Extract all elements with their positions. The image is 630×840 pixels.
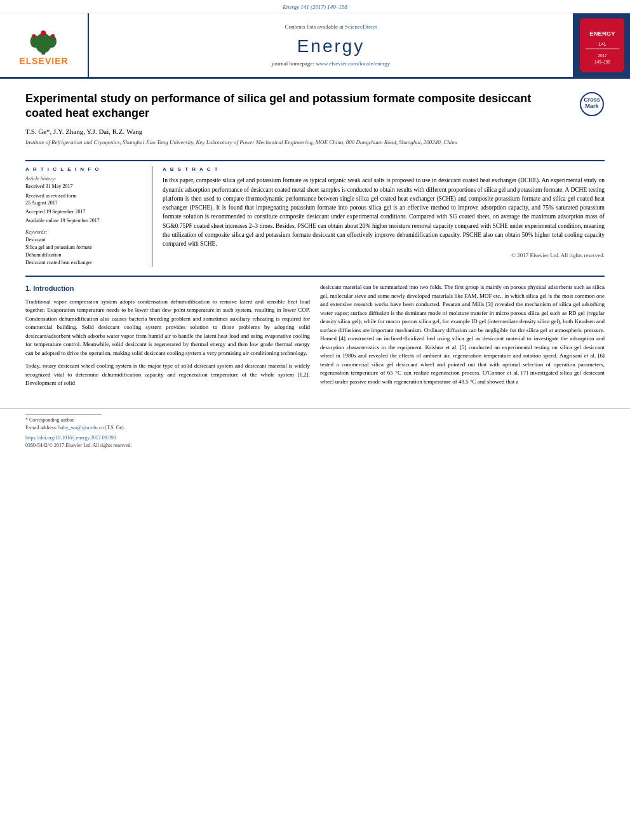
accepted-date: Accepted 19 September 2017 <box>25 208 144 215</box>
doi-link[interactable]: https://doi.org/10.1016/j.energy.2017.09… <box>25 435 116 441</box>
section-title: Introduction <box>33 284 74 292</box>
elsevier-logo-area: ELSEVIER <box>0 13 89 77</box>
intro-para-1: Traditional vapor compression system ado… <box>25 298 310 358</box>
footnote-divider <box>25 414 102 415</box>
journal-homepage-line: journal homepage: www.elsevier.com/locat… <box>272 60 391 67</box>
svg-point-5 <box>32 34 36 38</box>
keyword-1: Desiccant <box>25 236 144 244</box>
svg-point-4 <box>41 30 46 36</box>
journal-center-info: Contents lists available at ScienceDirec… <box>89 13 573 77</box>
journal-header: ELSEVIER Contents lists available at Sci… <box>0 13 630 79</box>
intro-heading: 1. Introduction <box>25 283 310 294</box>
authors-line: T.S. Ge*, J.Y. Zhang, Y.J. Dai, R.Z. Wan… <box>25 128 570 135</box>
copyright-line: © 2017 Elsevier Ltd. All rights reserved… <box>163 252 605 258</box>
article-info-col: A R T I C L E I N F O Article history: R… <box>25 166 152 267</box>
email-label-text: E-mail address: <box>25 425 58 430</box>
corresponding-author-note: * Corresponding author. <box>25 417 605 423</box>
journal-citation: Energy 141 (2017) 149–158 <box>0 0 630 13</box>
history-label: Article history: <box>25 176 144 182</box>
abstract-label: A B S T R A C T <box>163 166 605 172</box>
article-info-label: A R T I C L E I N F O <box>25 166 144 172</box>
article-history-group: Article history: Received 31 May 2017 Re… <box>25 176 144 224</box>
received-date: Received 31 May 2017 <box>25 183 144 190</box>
crossmark-badge[interactable]: Cross Mark <box>579 91 605 117</box>
keyword-2: Silica gel and potassium formate <box>25 244 144 251</box>
email-link[interactable]: baby_wo@sjtu.edu.cn <box>58 425 104 430</box>
svg-text:141: 141 <box>598 41 606 46</box>
svg-point-6 <box>51 34 55 38</box>
email-suffix-text: (T.S. Ge). <box>105 425 124 430</box>
issn-line: 0360-5442/© 2017 Elsevier Ltd. All right… <box>25 443 605 448</box>
authors-text: T.S. Ge*, J.Y. Zhang, Y.J. Dai, R.Z. Wan… <box>25 128 142 135</box>
keywords-label: Keywords: <box>25 229 144 235</box>
elsevier-brand-text: ELSEVIER <box>19 56 68 66</box>
journal-homepage-link[interactable]: www.elsevier.com/locate/energy <box>316 60 390 67</box>
keyword-3: Dehumidification <box>25 251 144 259</box>
article-title-section: Experimental study on performance of sil… <box>25 91 605 155</box>
section-divider <box>25 276 605 277</box>
energy-logo-area: ENERGY 141 2017 149–158 <box>573 13 630 77</box>
intro-para-2: Today, rotary desiccant wheel cooling sy… <box>25 362 310 388</box>
body-text-area: 1. Introduction Traditional vapor compre… <box>25 283 605 392</box>
received-revised-date: 25 August 2017 <box>25 199 144 206</box>
svg-text:Cross: Cross <box>584 97 600 103</box>
svg-text:2017: 2017 <box>598 53 607 57</box>
corresponding-note-text: * Corresponding author. <box>25 417 75 423</box>
email-note: E-mail address: baby_wo@sjtu.edu.cn (T.S… <box>25 425 605 430</box>
article-title: Experimental study on performance of sil… <box>25 91 570 121</box>
elsevier-tree-graphic <box>18 24 69 56</box>
intro-para-3: desiccant material can be summarized int… <box>320 283 605 386</box>
svg-text:Mark: Mark <box>585 103 599 109</box>
sciencedirect-link[interactable]: ScienceDirect <box>345 23 377 30</box>
contents-available-line: Contents lists available at ScienceDirec… <box>285 23 377 30</box>
issn-text: 0360-5442/© 2017 Elsevier Ltd. All right… <box>25 443 131 448</box>
section-number: 1. <box>25 284 31 292</box>
journal-title: Energy <box>297 36 365 57</box>
citation-text: Energy 141 (2017) 149–158 <box>283 4 347 10</box>
energy-brand-box: ENERGY 141 2017 149–158 <box>580 20 624 70</box>
energy-logo-svg: ENERGY 141 2017 149–158 <box>582 18 623 72</box>
available-online-date: Available online 19 September 2017 <box>25 217 144 224</box>
main-content-area: Experimental study on performance of sil… <box>0 79 630 402</box>
abstract-col: A B S T R A C T In this paper, composite… <box>163 166 605 267</box>
article-info-abstract-section: A R T I C L E I N F O Article history: R… <box>25 160 605 267</box>
svg-text:ENERGY: ENERGY <box>589 29 615 36</box>
keyword-4: Desiccant coated heat exchanger <box>25 259 144 267</box>
body-col-right: desiccant material can be summarized int… <box>320 283 605 392</box>
abstract-text: In this paper, composite silica gel and … <box>163 176 605 248</box>
article-title-text-area: Experimental study on performance of sil… <box>25 91 570 155</box>
body-col-left: 1. Introduction Traditional vapor compre… <box>25 283 310 392</box>
affiliation-text: Institute of Refrigeration and Cryogenic… <box>25 138 570 147</box>
footer-area: * Corresponding author. E-mail address: … <box>0 408 630 453</box>
svg-text:149–158: 149–158 <box>594 60 610 64</box>
received-revised-label: Received in revised form <box>25 192 144 199</box>
